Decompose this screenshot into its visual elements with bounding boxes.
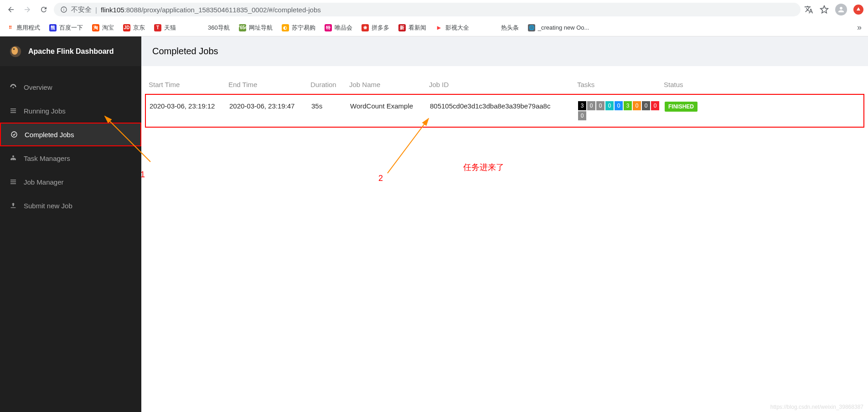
bookmark-item[interactable]: 熊百度一下	[49, 24, 83, 32]
bookmark-item[interactable]: 7654网址导航	[239, 24, 273, 32]
sidebar-item-label: Submit new Job	[24, 202, 72, 210]
annotation-label-2: 2	[378, 174, 383, 183]
bookmark-item[interactable]: 360导航	[208, 24, 230, 32]
bookmark-label: 天猫	[164, 24, 176, 32]
watermark: https://blog.csdn.net/weixin_39868387	[770, 404, 863, 410]
bookmark-favicon-icon: ❀	[362, 24, 369, 31]
svg-point-6	[11, 132, 17, 137]
bookmark-item[interactable]: 🌐_creating new Oo...	[528, 24, 589, 31]
bookmark-favicon-icon: ◐	[282, 24, 289, 31]
bookmark-favicon-icon: 淘	[92, 24, 99, 31]
back-button[interactable]	[5, 3, 17, 16]
bookmark-item[interactable]: ⠿應用程式	[6, 24, 40, 32]
bookmark-item[interactable]: 新看新闻	[398, 24, 426, 32]
url-path: /proxy/application_1583504611835_0002/#/…	[141, 6, 321, 14]
cell-duration: 35s	[311, 101, 350, 120]
dashboard-icon	[9, 83, 17, 91]
svg-text:i: i	[63, 7, 64, 12]
bookmark-favicon-icon: JD	[123, 24, 130, 31]
cell-start-time: 2020-03-06, 23:19:12	[150, 101, 229, 120]
sidebar-item-completed-jobs[interactable]: Completed Jobs	[0, 123, 141, 146]
col-header-status: Status	[664, 81, 705, 88]
main-content: Completed Jobs Start Time End Time Durat…	[141, 36, 868, 412]
task-count-badge: 0	[633, 101, 641, 110]
bookmark-favicon-icon: 熊	[49, 24, 57, 31]
star-icon[interactable]	[820, 5, 829, 14]
svg-point-3	[11, 46, 18, 55]
bookmarks-overflow[interactable]: »	[857, 23, 862, 32]
task-count-badge: 0	[596, 101, 604, 110]
task-count-badge: 0	[642, 101, 650, 110]
browser-nav-bar: i 不安全 | flink105:8088/proxy/application_…	[0, 0, 868, 19]
sitemap-icon	[9, 154, 17, 162]
bookmark-label: 360导航	[208, 24, 230, 32]
task-count-badge: 0	[578, 111, 586, 120]
bookmark-item[interactable]: JD京东	[123, 24, 145, 32]
bookmark-item[interactable]: 淘淘宝	[92, 24, 114, 32]
bookmark-item[interactable]: ◐苏宁易购	[282, 24, 315, 32]
bookmark-favicon-icon: ⠿	[6, 24, 14, 31]
bookmark-item[interactable]: 热头条	[501, 24, 519, 32]
insecure-label: 不安全	[71, 5, 92, 14]
url-port: :8088	[124, 6, 142, 14]
page-title: Completed Jobs	[141, 36, 868, 66]
bookmark-favicon-icon: ▶	[435, 24, 443, 31]
bookmark-label: 淘宝	[102, 24, 114, 32]
url-host: flink105	[101, 6, 124, 14]
sidebar-item-label: Task Managers	[24, 154, 70, 162]
bookmark-favicon-icon: 特	[325, 24, 332, 31]
col-header-start-time: Start Time	[149, 81, 228, 88]
sidebar-item-label: Completed Jobs	[25, 131, 74, 139]
sidebar: Apache Flink Dashboard Overview Running …	[0, 36, 141, 412]
bookmarks-bar: ⠿應用程式熊百度一下淘淘宝JD京东T天猫360导航7654网址导航◐苏宁易购特唯…	[0, 19, 868, 36]
sidebar-item-task-managers[interactable]: Task Managers	[0, 146, 141, 170]
table-row[interactable]: 2020-03-06, 23:19:12 2020-03-06, 23:19:4…	[146, 95, 863, 127]
check-circle-icon	[10, 130, 18, 139]
forward-button[interactable]	[21, 3, 34, 16]
task-count-badge: 3	[624, 101, 632, 110]
bookmark-label: 苏宁易购	[292, 24, 315, 32]
task-count-badge: 0	[605, 101, 614, 110]
task-count-badge: 3	[578, 101, 586, 110]
sidebar-item-label: Overview	[24, 83, 52, 91]
reload-button[interactable]	[37, 3, 50, 16]
bookmark-favicon-icon: 新	[398, 24, 406, 31]
upload-icon	[9, 201, 17, 210]
bookmark-item[interactable]: ❀拼多多	[362, 24, 389, 32]
sidebar-item-label: Running Jobs	[24, 107, 66, 115]
bookmark-item[interactable]: ▶影视大全	[435, 24, 469, 32]
status-badge: FINISHED	[665, 102, 698, 112]
task-count-badge: 0	[587, 101, 595, 110]
annotation-label-1: 1	[140, 170, 145, 180]
table-header: Start Time End Time Duration Job Name Jo…	[145, 75, 864, 94]
bookmark-label: 應用程式	[16, 24, 40, 32]
svg-point-5	[13, 87, 14, 88]
col-header-end-time: End Time	[228, 81, 310, 88]
col-header-tasks: Tasks	[577, 81, 664, 88]
cell-job-name: WordCount Example	[350, 101, 430, 120]
sidebar-item-job-manager[interactable]: Job Manager	[0, 170, 141, 194]
bars-icon	[9, 178, 17, 186]
bookmark-label: 网址导航	[249, 24, 273, 32]
translate-icon[interactable]	[804, 5, 813, 14]
profile-avatar[interactable]	[835, 4, 847, 15]
sidebar-item-overview[interactable]: Overview	[0, 75, 141, 99]
sidebar-item-running-jobs[interactable]: Running Jobs	[0, 99, 141, 123]
address-bar[interactable]: i 不安全 | flink105:8088/proxy/application_…	[54, 3, 801, 16]
flink-logo-icon	[9, 45, 22, 58]
bookmark-item[interactable]: T天猫	[154, 24, 176, 32]
annotation-note: 任务进来了	[463, 162, 504, 173]
sidebar-item-submit-new-job[interactable]: Submit new Job	[0, 194, 141, 217]
bookmark-label: 拼多多	[372, 24, 389, 32]
bookmark-label: _creating new Oo...	[538, 24, 589, 31]
bookmark-item[interactable]: 特唯品会	[325, 24, 352, 32]
notification-badge[interactable]	[853, 5, 863, 15]
bookmark-favicon-icon: 7654	[239, 24, 246, 31]
col-header-duration: Duration	[310, 81, 349, 88]
bookmark-label: 唯品会	[335, 24, 352, 32]
col-header-job-name: Job Name	[349, 81, 429, 88]
task-count-badge: 0	[651, 101, 659, 110]
cell-job-id: 805105cd0e3d1c3dba8e3a39be79aa8c	[430, 101, 578, 120]
bars-icon	[9, 107, 17, 115]
bookmark-label: 热头条	[501, 24, 519, 32]
